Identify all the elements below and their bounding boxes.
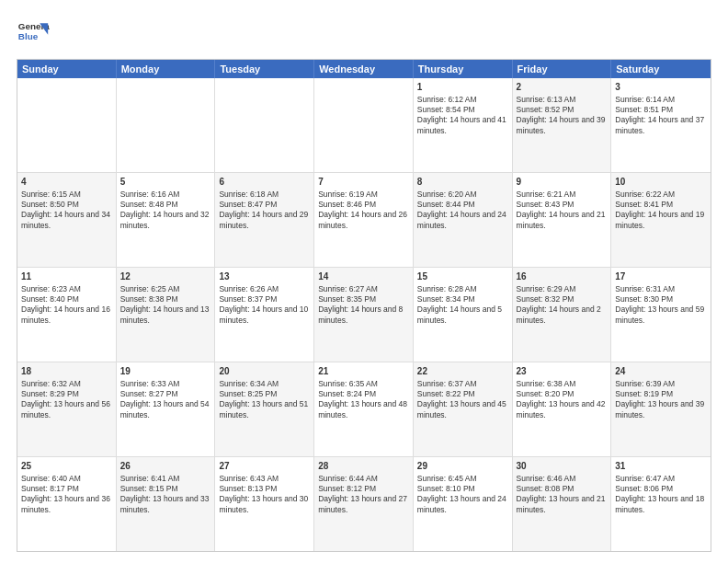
day-info: Sunrise: 6:37 AM — [417, 379, 477, 388]
calendar-cell: 7Sunrise: 6:19 AMSunset: 8:46 PMDaylight… — [314, 173, 414, 267]
calendar-cell — [314, 78, 414, 172]
day-info: Sunset: 8:54 PM — [417, 105, 475, 114]
calendar-cell: 26Sunrise: 6:41 AMSunset: 8:15 PMDayligh… — [117, 457, 216, 551]
day-info: Sunset: 8:25 PM — [219, 389, 277, 398]
day-info: Sunrise: 6:35 AM — [318, 379, 378, 388]
calendar-cell: 31Sunrise: 6:47 AMSunset: 8:06 PMDayligh… — [611, 457, 711, 551]
calendar-cell: 20Sunrise: 6:34 AMSunset: 8:25 PMDayligh… — [215, 362, 314, 456]
weekday-header: Tuesday — [215, 60, 314, 78]
day-info: Sunrise: 6:40 AM — [21, 474, 81, 483]
calendar-cell: 23Sunrise: 6:38 AMSunset: 8:20 PMDayligh… — [513, 362, 612, 456]
day-info: Sunrise: 6:45 AM — [417, 474, 477, 483]
day-info: Sunrise: 6:38 AM — [517, 379, 576, 388]
day-number: 11 — [21, 270, 112, 283]
day-number: 9 — [517, 176, 608, 189]
day-info: Daylight: 14 hours and 29 minutes. — [219, 210, 308, 229]
calendar-cell: 5Sunrise: 6:16 AMSunset: 8:48 PMDaylight… — [117, 173, 216, 267]
day-info: Sunrise: 6:25 AM — [120, 284, 180, 293]
calendar-body: 1Sunrise: 6:12 AMSunset: 8:54 PMDaylight… — [17, 78, 711, 551]
calendar-cell: 16Sunrise: 6:29 AMSunset: 8:32 PMDayligh… — [513, 268, 612, 362]
day-info: Sunset: 8:40 PM — [21, 294, 79, 304]
day-number: 12 — [120, 270, 211, 283]
calendar-cell: 4Sunrise: 6:15 AMSunset: 8:50 PMDaylight… — [17, 173, 117, 267]
weekday-header: Wednesday — [314, 60, 414, 78]
calendar-cell: 18Sunrise: 6:32 AMSunset: 8:29 PMDayligh… — [17, 362, 117, 456]
day-number: 25 — [21, 460, 112, 473]
day-info: Sunrise: 6:46 AM — [517, 474, 576, 483]
day-info: Daylight: 13 hours and 18 minutes. — [615, 494, 704, 513]
day-info: Daylight: 13 hours and 51 minutes. — [219, 399, 308, 419]
day-info: Sunrise: 6:14 AM — [615, 95, 675, 104]
calendar-cell: 28Sunrise: 6:44 AMSunset: 8:12 PMDayligh… — [314, 457, 414, 551]
day-number: 2 — [517, 81, 608, 94]
day-info: Sunrise: 6:22 AM — [615, 190, 675, 199]
day-info: Sunset: 8:46 PM — [318, 200, 376, 209]
weekday-header: Friday — [513, 60, 612, 78]
day-info: Daylight: 14 hours and 32 minutes. — [120, 210, 210, 229]
day-number: 18 — [21, 365, 112, 378]
calendar-cell: 27Sunrise: 6:43 AMSunset: 8:13 PMDayligh… — [215, 457, 314, 551]
day-info: Sunrise: 6:21 AM — [517, 190, 576, 199]
calendar: SundayMondayTuesdayWednesdayThursdayFrid… — [17, 59, 711, 552]
day-info: Daylight: 14 hours and 26 minutes. — [318, 210, 407, 229]
svg-text:Blue: Blue — [18, 31, 39, 41]
day-info: Sunset: 8:19 PM — [615, 389, 673, 398]
day-info: Sunset: 8:17 PM — [21, 484, 79, 493]
calendar-row: 18Sunrise: 6:32 AMSunset: 8:29 PMDayligh… — [17, 362, 711, 456]
calendar-cell: 13Sunrise: 6:26 AMSunset: 8:37 PMDayligh… — [215, 268, 314, 362]
day-number: 3 — [615, 81, 707, 94]
day-info: Sunrise: 6:18 AM — [219, 190, 279, 199]
day-info: Sunrise: 6:39 AM — [615, 379, 675, 388]
day-info: Sunset: 8:24 PM — [318, 389, 376, 398]
calendar-cell: 21Sunrise: 6:35 AMSunset: 8:24 PMDayligh… — [314, 362, 414, 456]
day-info: Sunset: 8:13 PM — [219, 484, 277, 493]
day-info: Daylight: 14 hours and 16 minutes. — [21, 304, 110, 324]
day-info: Sunset: 8:08 PM — [517, 484, 574, 493]
calendar-cell: 15Sunrise: 6:28 AMSunset: 8:34 PMDayligh… — [414, 268, 513, 362]
day-info: Sunrise: 6:12 AM — [417, 95, 477, 104]
day-info: Daylight: 14 hours and 8 minutes. — [318, 304, 403, 324]
day-info: Sunset: 8:43 PM — [517, 200, 574, 209]
day-info: Sunrise: 6:31 AM — [615, 284, 675, 293]
day-info: Sunset: 8:48 PM — [120, 200, 178, 209]
day-info: Daylight: 13 hours and 21 minutes. — [517, 494, 606, 513]
day-info: Sunrise: 6:47 AM — [615, 474, 675, 483]
calendar-cell: 8Sunrise: 6:20 AMSunset: 8:44 PMDaylight… — [414, 173, 513, 267]
weekday-header: Monday — [117, 60, 216, 78]
day-number: 21 — [318, 365, 409, 378]
day-number: 15 — [417, 270, 508, 283]
day-info: Sunset: 8:10 PM — [417, 484, 475, 493]
day-info: Sunrise: 6:32 AM — [21, 379, 81, 388]
day-number: 1 — [417, 81, 508, 94]
day-info: Sunset: 8:15 PM — [120, 484, 178, 493]
day-info: Daylight: 13 hours and 56 minutes. — [21, 399, 110, 419]
calendar-cell: 17Sunrise: 6:31 AMSunset: 8:30 PMDayligh… — [611, 268, 711, 362]
day-info: Sunrise: 6:33 AM — [120, 379, 180, 388]
day-info: Sunset: 8:27 PM — [120, 389, 178, 398]
calendar-row: 4Sunrise: 6:15 AMSunset: 8:50 PMDaylight… — [17, 172, 711, 267]
calendar-cell: 2Sunrise: 6:13 AMSunset: 8:52 PMDaylight… — [513, 78, 612, 172]
calendar-cell: 1Sunrise: 6:12 AMSunset: 8:54 PMDaylight… — [414, 78, 513, 172]
day-info: Daylight: 14 hours and 39 minutes. — [517, 115, 606, 134]
day-number: 14 — [318, 270, 409, 283]
day-info: Daylight: 13 hours and 30 minutes. — [219, 494, 308, 513]
day-info: Sunrise: 6:20 AM — [417, 190, 477, 199]
day-info: Sunrise: 6:15 AM — [21, 190, 81, 199]
day-info: Sunset: 8:35 PM — [318, 294, 376, 304]
day-info: Sunset: 8:38 PM — [120, 294, 178, 304]
calendar-cell: 6Sunrise: 6:18 AMSunset: 8:47 PMDaylight… — [215, 173, 314, 267]
day-info: Sunset: 8:22 PM — [417, 389, 475, 398]
day-number: 13 — [219, 270, 310, 283]
day-info: Daylight: 14 hours and 21 minutes. — [517, 210, 606, 229]
calendar-cell: 3Sunrise: 6:14 AMSunset: 8:51 PMDaylight… — [611, 78, 711, 172]
day-info: Daylight: 13 hours and 24 minutes. — [417, 494, 506, 513]
day-number: 6 — [219, 176, 310, 189]
day-info: Sunset: 8:47 PM — [219, 200, 277, 209]
day-info: Daylight: 13 hours and 59 minutes. — [615, 304, 704, 324]
day-number: 16 — [517, 270, 608, 283]
calendar-cell: 12Sunrise: 6:25 AMSunset: 8:38 PMDayligh… — [117, 268, 216, 362]
day-number: 8 — [417, 176, 508, 189]
day-number: 23 — [517, 365, 608, 378]
day-number: 5 — [120, 176, 211, 189]
day-info: Sunrise: 6:41 AM — [120, 474, 180, 483]
